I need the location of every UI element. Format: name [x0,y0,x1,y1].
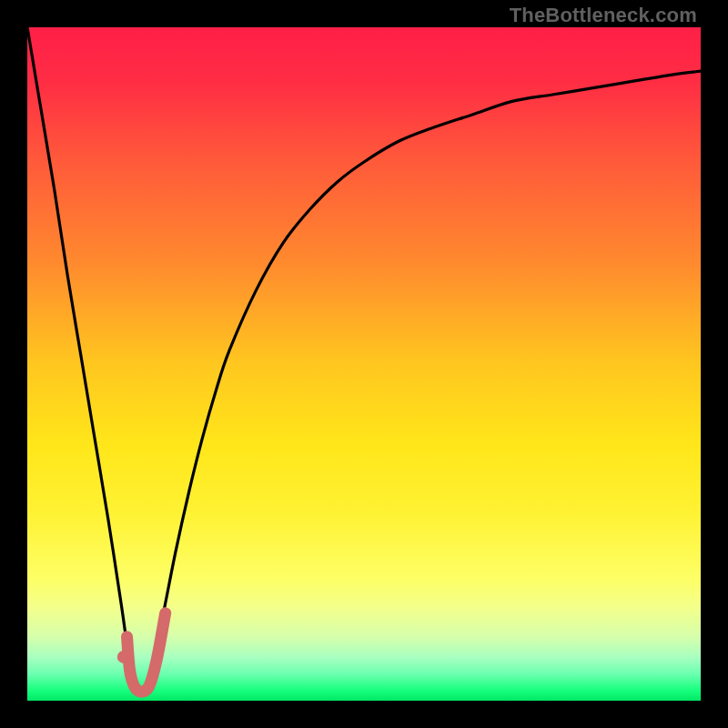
plot-area [27,27,701,701]
svg-rect-0 [27,27,701,701]
heat-gradient [27,27,701,701]
app-frame: TheBottleneck.com [0,0,728,728]
watermark-text: TheBottleneck.com [510,4,697,27]
